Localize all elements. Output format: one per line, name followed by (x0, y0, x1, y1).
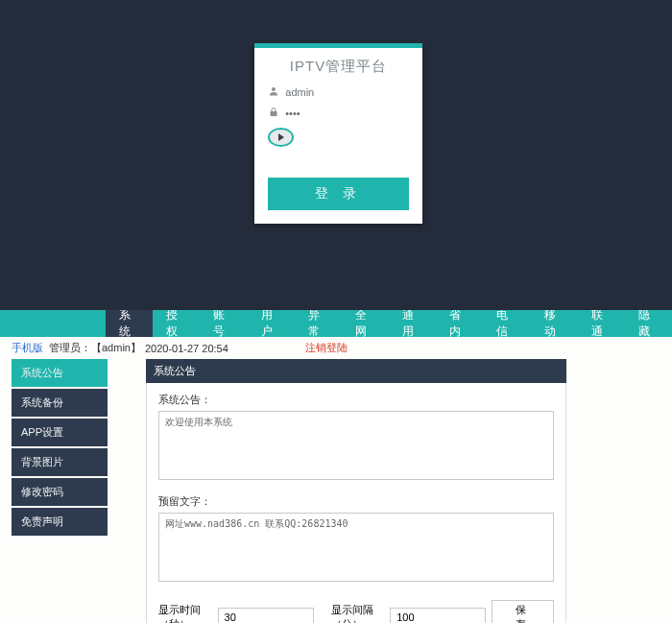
lock-icon (268, 107, 279, 120)
admin-prefix: 管理员： (49, 341, 91, 355)
reserve-label: 预留文字： (158, 494, 554, 509)
nav-tab-unicom[interactable]: 联通 (578, 310, 625, 337)
interval-label: 显示间隔（分） (331, 603, 385, 623)
panel-body: 系统公告： 预留文字： 显示时间（秒） 显示间隔（分） 保 存 (146, 383, 566, 623)
sidebar-item-bg[interactable]: 背景图片 (12, 448, 108, 476)
sidebar-item-password[interactable]: 修改密码 (12, 478, 108, 506)
nav-tab-error[interactable]: 异常 (295, 310, 342, 337)
status-datetime: 2020-01-27 20:54 (145, 343, 228, 354)
nav-tab-mobile[interactable]: 移动 (531, 310, 578, 337)
admin-name: 【admin】 (91, 341, 141, 355)
nav-tab-auth[interactable]: 授权 (153, 310, 200, 337)
user-icon (268, 85, 279, 99)
nav-tab-user[interactable]: 用户 (248, 310, 295, 337)
login-dialog: IPTV管理平台 登 录 (254, 43, 422, 224)
reserve-textarea[interactable] (158, 513, 554, 582)
login-button[interactable]: 登 录 (268, 178, 409, 210)
notice-textarea[interactable] (158, 411, 554, 480)
mobile-link[interactable]: 手机版 (12, 341, 43, 355)
top-nav: 系统 授权 账号 用户 异常 全网 通用 省内 电信 移动 联通 隐藏 (0, 310, 672, 337)
captcha-input[interactable] (300, 132, 409, 143)
duration-input[interactable] (218, 608, 314, 623)
footer-row: 显示时间（秒） 显示间隔（分） 保 存 (158, 600, 554, 623)
username-row (268, 85, 409, 99)
username-input[interactable] (285, 86, 409, 98)
login-backdrop: IPTV管理平台 登 录 (0, 0, 672, 310)
notice-label: 系统公告： (158, 393, 554, 407)
main-layout: 系统公告 系统备份 APP设置 背景图片 修改密码 免责声明 系统公告 系统公告… (0, 359, 672, 623)
nav-tab-system[interactable]: 系统 (106, 310, 153, 337)
nav-tab-general[interactable]: 通用 (389, 310, 436, 337)
sidebar-item-appset[interactable]: APP设置 (12, 419, 108, 446)
captcha-row (268, 128, 409, 147)
content-panel: 系统公告 系统公告： 预留文字： 显示时间（秒） 显示间隔（分） 保 存 (146, 359, 566, 623)
status-bar: 手机版 管理员： 【admin】 2020-01-27 20:54 注销登陆 (0, 337, 672, 359)
svg-point-0 (272, 87, 276, 91)
nav-tab-hidden[interactable]: 隐藏 (625, 310, 672, 337)
login-title: IPTV管理平台 (268, 58, 409, 76)
panel-title: 系统公告 (146, 359, 566, 383)
sidebar-item-notice[interactable]: 系统公告 (12, 359, 108, 387)
svg-rect-1 (271, 111, 277, 116)
save-button[interactable]: 保 存 (492, 600, 554, 623)
nav-tab-telecom[interactable]: 电信 (483, 310, 530, 337)
sidebar: 系统公告 系统备份 APP设置 背景图片 修改密码 免责声明 (12, 359, 108, 623)
captcha-slider-icon[interactable] (268, 128, 294, 147)
duration-label: 显示时间（秒） (158, 603, 212, 623)
nav-tab-account[interactable]: 账号 (200, 310, 247, 337)
sidebar-item-backup[interactable]: 系统备份 (12, 389, 108, 417)
logout-link[interactable]: 注销登陆 (305, 341, 348, 355)
admin-area: 系统 授权 账号 用户 异常 全网 通用 省内 电信 移动 联通 隐藏 手机版 … (0, 310, 672, 623)
password-input[interactable] (285, 108, 409, 119)
interval-input[interactable] (390, 608, 486, 623)
nav-tab-province[interactable]: 省内 (436, 310, 483, 337)
sidebar-item-disclaimer[interactable]: 免责声明 (12, 508, 108, 536)
password-row (268, 107, 409, 120)
nav-tab-allnet[interactable]: 全网 (342, 310, 389, 337)
